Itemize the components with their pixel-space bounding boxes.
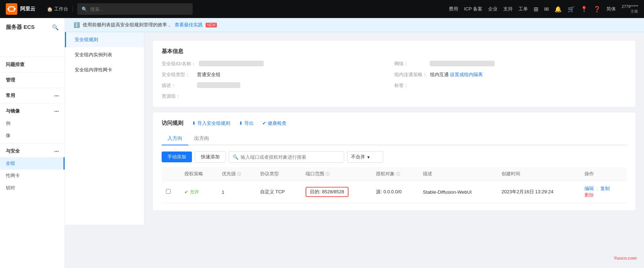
banner-text: 使用前缀列表提高安全组规则管理的效率， [83, 22, 172, 28]
row-checkbox[interactable] [166, 189, 171, 194]
col-actions: 操作 [580, 167, 627, 181]
description-value: Stable-Diffusion-WebUI [423, 189, 472, 195]
port-range-badge: 目的: 8528/8528 [306, 187, 349, 197]
sidebar: 服务器 ECS 🔍 问题排查 管理 常用 ⋯ 与镜像 ⋯ 例 像 [0, 18, 65, 268]
table-header: 授权策略 优先级 ⓘ 协议类型 端口范围 ⓘ 授权对象 ⓘ 描述 创建时间 操作 [162, 167, 627, 181]
table-body: ✔ 允许 1 自定义 TCP [162, 181, 627, 203]
sidebar-group-image[interactable]: 与镜像 ⋯ [0, 105, 65, 117]
table-row: ✔ 允许 1 自定义 TCP [162, 181, 627, 203]
sidebar-divider-2 [0, 72, 65, 73]
nav-icon-grid[interactable]: ⊞ [534, 6, 538, 13]
direction-tabs: 入方向 出方向 [162, 132, 627, 145]
info-row-tag: 标签： [394, 82, 627, 89]
copy-action[interactable]: 复制 [600, 186, 610, 191]
workbench-nav[interactable]: 🏠 工作台 [43, 6, 73, 12]
info-row-network: 网络： [394, 61, 627, 67]
sidebar-search-icon[interactable]: 🔍 [52, 24, 59, 31]
nav-fees[interactable]: 费用 [449, 6, 458, 12]
sidebar-title: 服务器 ECS [6, 24, 35, 31]
user-id: 2779***** [622, 4, 638, 9]
row-policy-cell: ✔ 允许 [180, 181, 218, 203]
health-icon: ✔ [262, 120, 266, 126]
info-icon: ℹ️ [74, 22, 80, 28]
search-input[interactable] [90, 6, 188, 12]
user-info[interactable]: 2779***** 主账 [622, 4, 638, 14]
info-row-desc: 描述： [162, 82, 394, 89]
sidebar-item-1[interactable] [0, 36, 65, 41]
sidebar-item-3[interactable] [0, 47, 65, 53]
sidebar-group-security[interactable]: 与安全 ⋯ [0, 145, 65, 157]
left-nav-instances[interactable]: 安全组内实例列表 [65, 47, 144, 62]
nav-icon-help[interactable]: ❓ [593, 6, 601, 13]
banner-link[interactable]: 查看最佳实践 [175, 22, 203, 28]
sidebar-header: 服务器 ECS 🔍 [0, 18, 65, 34]
merge-label: 不合并 [351, 154, 365, 160]
priority-value: 1 [222, 189, 224, 195]
sidebar-group-troubleshoot[interactable]: 问题排查 [0, 58, 65, 71]
logo-area[interactable]: 阿里云 [6, 3, 35, 15]
row-priority-cell: 1 [218, 181, 256, 203]
row-port-cell: 目的: 8528/8528 [301, 181, 372, 203]
import-icon: ⬇ [192, 120, 196, 126]
row-protocol-cell: 自定义 TCP [256, 181, 302, 203]
manual-add-button[interactable]: 手动添加 [162, 151, 192, 162]
nav-language[interactable]: 简体 [606, 6, 616, 12]
quick-add-button[interactable]: 快速添加 [195, 151, 226, 163]
top-navigation: 阿里云 🏠 工作台 🔍 费用 ICP 备案 企业 支持 工单 ⊞ ✉ 🔔 🛒 📍… [0, 0, 644, 18]
search-icon: 🔍 [233, 154, 238, 160]
access-rules-card: 访问规则 ⬇ 导入安全组规则 ⬇ 导出 ✔ 健康检查 [153, 113, 635, 210]
left-nav-nic[interactable]: 安全组内弹性网卡 [65, 62, 144, 78]
nav-icon-mail[interactable]: ✉ [544, 6, 549, 13]
col-protocol: 协议类型 [256, 167, 302, 181]
sidebar-item-2[interactable] [0, 41, 65, 47]
sidebar-item-image[interactable]: 像 [0, 129, 65, 142]
sidebar-item-instance[interactable]: 例 [0, 117, 65, 129]
nav-enterprise[interactable]: 企业 [488, 6, 498, 12]
nav-icp[interactable]: ICP 备案 [464, 6, 482, 12]
sidebar-item-keypair[interactable]: 钥对 [0, 182, 65, 194]
col-priority: 优先级 ⓘ [218, 167, 256, 181]
sidebar-group-common[interactable]: 常用 ⋯ [0, 89, 65, 102]
label-connect: 组内连通策略： [394, 71, 427, 78]
sidebar-item-nic[interactable]: 性网卡 [0, 170, 65, 182]
import-label: 导入安全组规则 [197, 120, 230, 127]
create-time-value: 2023年2月16日 13:29:24 [501, 189, 553, 194]
health-check-btn[interactable]: ✔ 健康检查 [262, 120, 286, 127]
security-more-icon[interactable]: ⋯ [54, 149, 59, 154]
global-search[interactable]: 🔍 [77, 3, 193, 15]
tab-outbound[interactable]: 出方向 [188, 132, 215, 145]
main-content: ℹ️ 使用前缀列表提高安全组规则管理的效率， 查看最佳实践 NEW 安全组规则 … [65, 18, 644, 268]
nav-icon-bell[interactable]: 🔔 [555, 6, 562, 13]
sidebar-item-secgroup[interactable]: 全组 [0, 157, 65, 170]
info-row-id: 安全组ID/名称： [162, 61, 394, 67]
port-search-box[interactable]: 🔍 [229, 151, 344, 163]
nav-icon-cart[interactable]: 🛒 [568, 6, 575, 13]
sidebar-divider-3 [0, 88, 65, 88]
row-actions-cell: 编辑 | 复制 删除 [580, 181, 627, 203]
left-nav-rules[interactable]: 安全组规则 [65, 32, 144, 47]
export-btn[interactable]: ⬇ 导出 [239, 120, 254, 127]
label-resgroup: 资源组： [162, 93, 194, 100]
common-more-icon[interactable]: ⋯ [54, 93, 59, 98]
nav-support[interactable]: 支持 [503, 6, 513, 12]
row-checkbox-cell [162, 181, 180, 203]
nav-right-area: 费用 ICP 备案 企业 支持 工单 ⊞ ✉ 🔔 🛒 📍 ❓ 简体 2779**… [449, 4, 638, 14]
col-checkbox [162, 167, 180, 181]
value-id [199, 61, 264, 66]
col-policy: 授权策略 [180, 167, 218, 181]
label-tag: 标签： [394, 82, 427, 89]
delete-action[interactable]: 删除 [584, 192, 594, 198]
nav-workorder[interactable]: 工单 [518, 6, 528, 12]
merge-select[interactable]: 不合并 ▾ [347, 151, 383, 163]
sidebar-group-manage[interactable]: 管理 [0, 74, 65, 86]
image-more-icon[interactable]: ⋯ [54, 109, 59, 114]
port-search-input[interactable] [241, 154, 340, 160]
edit-action[interactable]: 编辑 [584, 186, 594, 191]
merge-chevron-icon: ▾ [367, 154, 370, 160]
isolation-link[interactable]: 设置成组内隔离 [450, 72, 483, 77]
tab-inbound[interactable]: 入方向 [162, 132, 188, 145]
value-desc [197, 82, 240, 88]
basic-info-grid: 安全组ID/名称： 网络： 安全组类型： 普通安全组 组内连通策略 [162, 61, 627, 100]
import-rules-btn[interactable]: ⬇ 导入安全组规则 [192, 120, 230, 127]
nav-icon-location[interactable]: 📍 [581, 6, 588, 13]
